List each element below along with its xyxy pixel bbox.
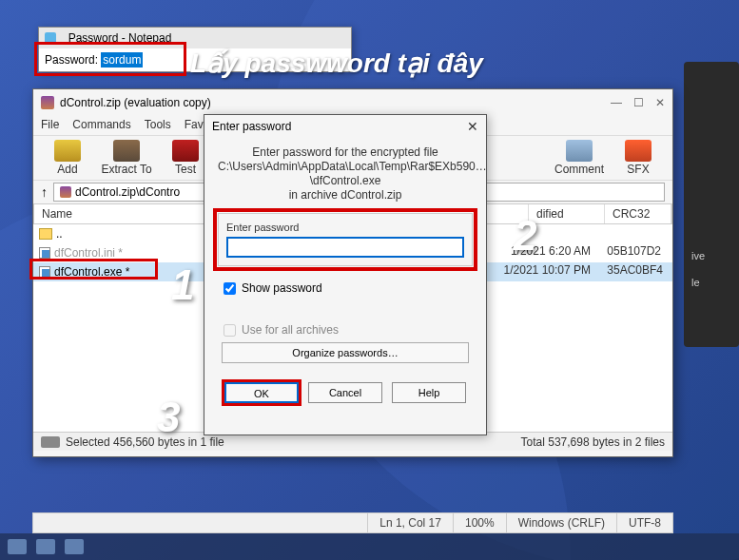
menu-tools[interactable]: Tools xyxy=(145,118,171,133)
taskbar-icon[interactable] xyxy=(8,539,27,554)
extract-icon xyxy=(113,140,140,162)
taskbar-icon[interactable] xyxy=(65,539,84,554)
dialog-close-button[interactable]: ✕ xyxy=(467,119,478,134)
notepad-title: _Password - Notepad xyxy=(62,31,171,45)
up-button[interactable]: ↑ xyxy=(41,184,48,200)
extract-button[interactable]: Extract To xyxy=(100,140,153,176)
winrar-icon xyxy=(41,96,54,109)
path-text: dControl.zip\dContro xyxy=(75,185,180,199)
cursor-position: Ln 1, Col 17 xyxy=(368,513,454,532)
annotation-text: Lấy passwword tại đây xyxy=(190,48,483,79)
taskbar-icon[interactable] xyxy=(36,539,55,554)
crc-column: 05B107D2 35AC0BF4 xyxy=(607,241,663,280)
line-ending: Windows (CRLF) xyxy=(507,513,617,532)
col-name[interactable]: Name xyxy=(34,204,205,223)
dialog-message: Enter password for the encrypted file C:… xyxy=(204,138,486,210)
show-password-check[interactable] xyxy=(224,282,236,295)
menu-commands[interactable]: Commands xyxy=(72,118,130,133)
close-button[interactable]: ✕ xyxy=(655,96,665,109)
comment-button[interactable]: Comment xyxy=(553,140,606,176)
cancel-button[interactable]: Cancel xyxy=(308,382,382,403)
ok-button[interactable]: OK xyxy=(224,382,299,403)
use-all-check xyxy=(224,324,236,337)
col-modified[interactable]: dified xyxy=(529,204,605,223)
file-icon xyxy=(39,247,50,259)
col-crc[interactable]: CRC32 xyxy=(605,204,671,223)
password-value[interactable]: sordum xyxy=(101,52,143,68)
encoding: UTF-8 xyxy=(617,513,672,532)
exe-icon xyxy=(39,266,50,278)
password-input[interactable] xyxy=(226,237,464,258)
notepad-statusbar: Ln 1, Col 17 100% Windows (CRLF) UTF-8 xyxy=(32,512,673,533)
use-all-checkbox[interactable]: Use for all archives xyxy=(224,323,467,337)
add-button[interactable]: Add xyxy=(41,140,94,176)
maximize-button[interactable]: ☐ xyxy=(633,96,644,109)
minimize-button[interactable]: — xyxy=(611,96,622,109)
winrar-titlebar[interactable]: dControl.zip (evaluation copy) — ☐ ✕ xyxy=(33,89,672,116)
bg-text: ive xyxy=(684,242,739,269)
notepad-icon xyxy=(45,32,56,44)
comment-icon xyxy=(566,140,593,162)
show-password-checkbox[interactable]: Show password xyxy=(224,281,467,295)
sfx-icon xyxy=(625,140,651,162)
status-total: Total 537,698 bytes in 2 files xyxy=(521,435,665,449)
status-selected: Selected 456,560 bytes in 1 file xyxy=(66,435,224,449)
organize-button[interactable]: Organize passwords… xyxy=(222,342,469,363)
status-icon xyxy=(41,436,60,448)
archive-icon xyxy=(60,186,71,198)
password-field-group: Enter password xyxy=(218,213,473,266)
folder-icon xyxy=(39,228,52,240)
taskbar[interactable] xyxy=(0,533,739,560)
zoom-level: 100% xyxy=(454,513,507,532)
add-icon xyxy=(54,140,81,162)
dialog-titlebar[interactable]: Enter password ✕ xyxy=(204,115,486,138)
marker-3: 3 xyxy=(157,394,180,441)
menu-file[interactable]: File xyxy=(41,118,59,133)
password-field-label: Enter password xyxy=(226,222,464,233)
password-dialog: Enter password ✕ Enter password for the … xyxy=(204,114,487,435)
password-label: Password: xyxy=(45,53,101,67)
dialog-title: Enter password xyxy=(212,120,291,133)
test-icon xyxy=(172,140,199,162)
marker-1: 1 xyxy=(171,261,194,309)
bg-text: le xyxy=(684,269,739,296)
background-panel: ive le xyxy=(684,62,739,347)
marker-2: 2 xyxy=(514,212,536,260)
dialog-buttons: OK Cancel Help xyxy=(218,382,473,403)
help-button[interactable]: Help xyxy=(392,382,466,403)
notepad-titlebar[interactable]: _Password - Notepad xyxy=(39,28,351,48)
sfx-button[interactable]: SFX xyxy=(612,140,665,176)
winrar-title: dControl.zip (evaluation copy) xyxy=(60,96,211,109)
